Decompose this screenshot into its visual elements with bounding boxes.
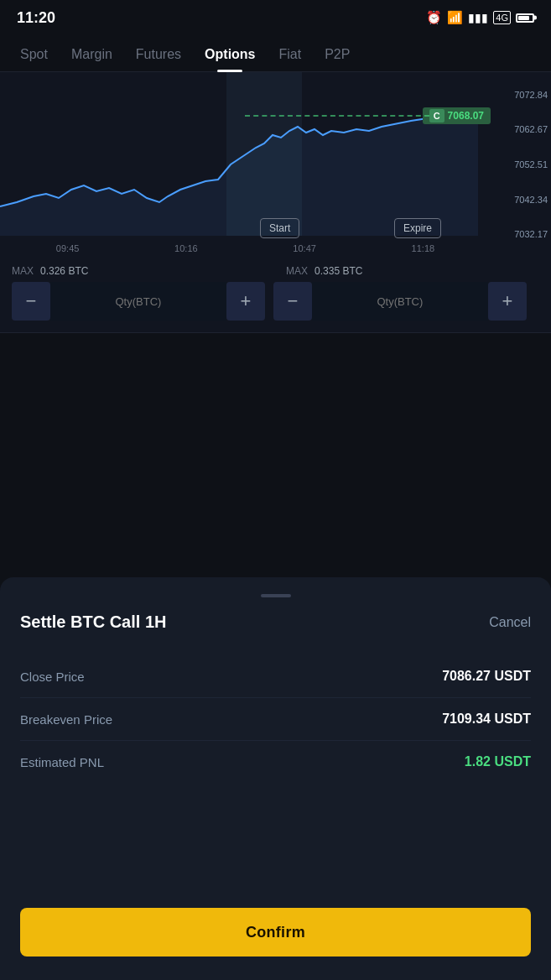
price-labels: 7072.84 7062.67 7052.51 7042.34 7032.17 (491, 72, 551, 257)
qty-row: − + − + (12, 282, 539, 321)
price-label-3: 7052.51 (494, 159, 548, 169)
info-row-close-price: Close Price 7086.27 USDT (20, 655, 531, 698)
status-bar: 11:20 ⏰ 📶 ▮▮▮ 4G (0, 0, 551, 34)
right-qty-group: − + (273, 282, 527, 321)
price-label-1: 7072.84 (494, 90, 548, 100)
right-max-group: MAX 0.335 BTC (286, 265, 539, 277)
battery-icon (516, 13, 534, 23)
price-label-4: 7042.34 (494, 195, 548, 205)
time-labels: 09:45 10:16 10:47 11:18 (0, 243, 491, 253)
start-button[interactable]: Start (260, 218, 299, 238)
close-price-label: Close Price (20, 670, 85, 684)
lte-icon: 4G (493, 11, 511, 24)
nav-tabs: Spot Margin Futures Options Fiat P2P (0, 34, 551, 72)
confirm-button[interactable]: Confirm (20, 908, 531, 957)
breakeven-price-value: 7109.34 USDT (442, 712, 531, 727)
tab-p2p[interactable]: P2P (313, 40, 361, 69)
tab-margin[interactable]: Margin (60, 40, 124, 69)
chart-svg (0, 72, 491, 236)
time-label-4: 11:18 (412, 243, 435, 253)
time-label-3: 10:47 (293, 243, 316, 253)
left-qty-input[interactable] (50, 282, 226, 321)
estimated-pnl-value: 1.82 USDT (465, 754, 531, 769)
max-row: MAX 0.326 BTC MAX 0.335 BTC (12, 265, 539, 277)
breakeven-price-label: Breakeven Price (20, 712, 112, 727)
wifi-icon: 📶 (447, 10, 463, 25)
price-label-2: 7062.67 (494, 124, 548, 134)
info-row-estimated-pnl: Estimated PNL 1.82 USDT (20, 741, 531, 783)
signal-icon: ▮▮▮ (468, 11, 488, 24)
alarm-icon: ⏰ (426, 10, 442, 25)
right-max-label: MAX (286, 265, 308, 277)
price-label-5: 7032.17 (494, 229, 548, 239)
info-row-breakeven-price: Breakeven Price 7109.34 USDT (20, 698, 531, 741)
tab-futures[interactable]: Futures (124, 40, 193, 69)
current-price-tag: 7068.07 (423, 107, 491, 124)
dashed-line (245, 115, 429, 117)
expire-button[interactable]: Expire (394, 218, 441, 238)
cancel-button[interactable]: Cancel (489, 615, 531, 630)
right-qty-input[interactable] (312, 282, 488, 321)
tab-spot[interactable]: Spot (8, 40, 60, 69)
close-price-value: 7086.27 USDT (442, 669, 531, 684)
status-time: 11:20 (17, 9, 55, 27)
time-label-1: 09:45 (56, 243, 80, 253)
trading-controls: MAX 0.326 BTC MAX 0.335 BTC − + − + (0, 257, 551, 333)
right-minus-button[interactable]: − (273, 282, 312, 321)
left-plus-button[interactable]: + (226, 282, 265, 321)
left-max-label: MAX (12, 265, 34, 277)
sheet-handle (261, 594, 291, 597)
sheet-title: Settle BTC Call 1H (20, 612, 166, 632)
chart-area: 7068.07 7072.84 7062.67 7052.51 7042.34 … (0, 72, 551, 257)
left-qty-group: − + (12, 282, 265, 321)
right-max-value: 0.335 BTC (314, 265, 362, 277)
tab-fiat[interactable]: Fiat (268, 40, 314, 69)
left-max-group: MAX 0.326 BTC (12, 265, 265, 277)
left-minus-button[interactable]: − (12, 282, 50, 321)
sheet-header: Settle BTC Call 1H Cancel (20, 612, 531, 632)
left-max-value: 0.326 BTC (40, 265, 88, 277)
tab-options[interactable]: Options (193, 40, 267, 69)
estimated-pnl-label: Estimated PNL (20, 755, 104, 769)
right-plus-button[interactable]: + (488, 282, 527, 321)
status-icons: ⏰ 📶 ▮▮▮ 4G (426, 10, 534, 25)
bottom-sheet: Settle BTC Call 1H Cancel Close Price 70… (0, 577, 551, 980)
time-label-2: 10:16 (174, 243, 198, 253)
